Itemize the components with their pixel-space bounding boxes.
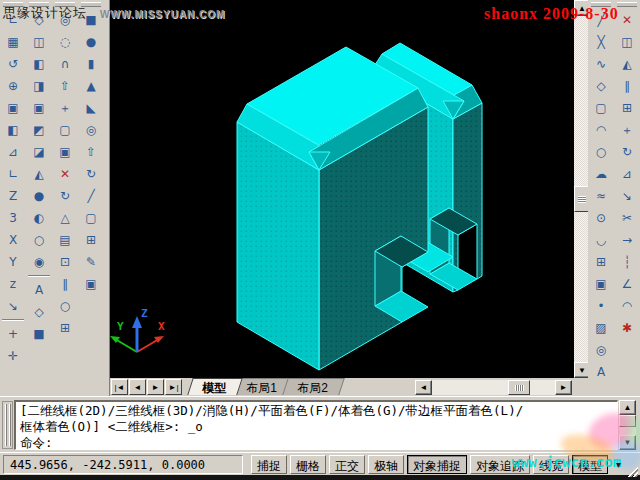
multiline-text-button[interactable]: A (589, 361, 613, 383)
tab-布局2[interactable]: 布局2 (282, 378, 344, 395)
status-toggle-极轴[interactable]: 极轴 (368, 455, 404, 474)
command-scrollbar[interactable]: ▲ ▼ (619, 400, 636, 450)
resize-grip[interactable] (626, 465, 638, 477)
region-button[interactable]: ◎ (589, 339, 613, 361)
toolbar-grip[interactable] (55, 2, 75, 7)
check-button[interactable]: ⊞ (53, 317, 77, 339)
se-isometric-button[interactable]: ◪ (27, 141, 51, 163)
status-toggle-正交[interactable]: 正交 (329, 455, 365, 474)
copy-button[interactable]: ◫ (615, 31, 639, 53)
box-button[interactable]: ■ (79, 9, 103, 31)
sw-isometric-button[interactable]: ◩ (27, 119, 51, 141)
rotate-button[interactable]: ↻ (615, 141, 639, 163)
array-button[interactable]: ⊞ (615, 97, 639, 119)
interfere-button[interactable]: ⊞ (79, 229, 103, 251)
ellipse-button[interactable]: ⊙ (589, 207, 613, 229)
shell-button[interactable]: ▤ (53, 229, 77, 251)
status-toggle-栅格[interactable]: 栅格 (290, 455, 326, 474)
offset-faces-button[interactable]: ▢ (53, 119, 77, 141)
rotate-faces-button[interactable]: ↻ (53, 185, 77, 207)
ucs-previous-button[interactable]: ↺ (1, 53, 25, 75)
shaded-cube-button[interactable]: ■ (27, 323, 51, 345)
make-block-button[interactable]: ▣ (589, 273, 613, 295)
tab-nav-first-button[interactable]: |◄ (111, 379, 128, 395)
separate-button[interactable]: ∥ (53, 273, 77, 295)
sphere-button[interactable]: ● (79, 31, 103, 53)
camera-button[interactable]: ◉ (27, 251, 51, 273)
move-ucs-button[interactable]: ✛ (1, 345, 25, 367)
ucs-z-axis-button[interactable]: Z (1, 185, 25, 207)
ucs-face-button[interactable]: ◧ (1, 119, 25, 141)
status-toggle-模型[interactable]: 模型 (572, 455, 608, 474)
ucs-view-button[interactable]: ⊿ (1, 141, 25, 163)
polygon-button[interactable]: ◇ (589, 75, 613, 97)
polyline-button[interactable]: ∿ (589, 53, 613, 75)
scale-button[interactable]: ⊿ (615, 163, 639, 185)
tab-模型[interactable]: 模型 (187, 378, 243, 395)
command-window-grip[interactable] (2, 401, 13, 449)
fillet-button[interactable]: ◠ (615, 295, 639, 317)
status-toggle-捕捉[interactable]: 捕捉 (251, 455, 287, 474)
edit-solid-button[interactable]: ✎ (79, 251, 103, 273)
status-toggle-对象追踪[interactable]: 对象追踪 (470, 455, 530, 474)
status-toggle-对象捕捉[interactable]: 对象捕捉 (407, 455, 467, 474)
front-view-button[interactable]: ▣ (27, 97, 51, 119)
ucs-rotate-x-button[interactable]: X (1, 229, 25, 251)
ucs-button[interactable]: ∟ (1, 9, 25, 31)
break-button[interactable]: ┆ (615, 251, 639, 273)
canvas-horizontal-scrollbar[interactable]: ◄ ► (415, 380, 572, 395)
cone-button[interactable]: ▲ (79, 75, 103, 97)
toolbar-grip[interactable] (3, 2, 23, 7)
move-button[interactable]: ＋ (615, 119, 639, 141)
ucs-world-button[interactable]: ⊕ (1, 75, 25, 97)
union-button[interactable]: ◎ (53, 9, 77, 31)
delete-faces-button[interactable]: ✕ (53, 163, 77, 185)
erase-button[interactable]: ✕ (615, 9, 639, 31)
named-views-button[interactable]: ◇ (27, 9, 51, 31)
shaded-solid-button[interactable]: ▣ (79, 273, 103, 295)
status-menu-arrow-icon[interactable]: ▾ (616, 459, 621, 470)
ucs-rotate-z-button[interactable]: z (1, 273, 25, 295)
move-faces-button[interactable]: ＋ (53, 97, 77, 119)
hatch-button[interactable]: ▨ (589, 317, 613, 339)
trim-button[interactable]: ✂ (615, 207, 639, 229)
ucs-apply-button[interactable]: ↘ (1, 295, 25, 317)
slice-button[interactable]: ╱ (79, 185, 103, 207)
toolbar-grip[interactable] (81, 2, 101, 7)
extrude-button[interactable]: ⇧ (79, 141, 103, 163)
point-button[interactable]: • (589, 295, 613, 317)
scrollbar-track[interactable] (432, 380, 555, 395)
toolbar-grip[interactable] (591, 2, 611, 7)
revision-cloud-button[interactable]: ☁ (589, 163, 613, 185)
tab-nav-prev-button[interactable]: ◄ (129, 379, 146, 395)
named-ucs-button[interactable]: ▦ (1, 31, 25, 53)
arc-button[interactable]: ◠ (589, 119, 613, 141)
hidden-sphere-button[interactable]: ● (27, 185, 51, 207)
circle-button[interactable]: ○ (589, 141, 613, 163)
rectangle-button[interactable]: ▢ (589, 97, 613, 119)
ucs-rotate-y-button[interactable]: Y (1, 251, 25, 273)
wireframe-cube-button[interactable]: ◇ (27, 301, 51, 323)
scroll-up-button[interactable]: ▲ (619, 400, 636, 415)
explode-button[interactable]: ✱ (615, 317, 639, 339)
bottom-view-button[interactable]: ◧ (27, 53, 51, 75)
spline-button[interactable]: ≈ (589, 185, 613, 207)
stretch-button[interactable]: ↘ (615, 185, 639, 207)
drawing-canvas[interactable]: Z Y X (110, 0, 574, 378)
left-view-button[interactable]: ◨ (27, 75, 51, 97)
section-button[interactable]: ▢ (79, 207, 103, 229)
shaded-sphere-button[interactable]: ◐ (27, 207, 51, 229)
ne-isometric-button[interactable]: ◭ (27, 163, 51, 185)
scroll-left-button[interactable]: ◄ (415, 380, 432, 395)
command-line-input[interactable]: [二维线框(2D)/三维线框(3D)/消隐(H)/平面着色(F)/体着色(G)/… (14, 400, 618, 450)
subtract-button[interactable]: ◌ (53, 31, 77, 53)
coordinate-readout[interactable]: 445.9656, -242.5911, 0.0000 (3, 455, 243, 474)
wedge-button[interactable]: ◣ (79, 97, 103, 119)
text-style-button[interactable]: A (27, 279, 51, 301)
mirror-button[interactable]: ◭ (615, 53, 639, 75)
scroll-down-button[interactable]: ▼ (619, 435, 636, 450)
intersect-button[interactable]: ∩ (53, 53, 77, 75)
imprint-button[interactable]: ⊡ (53, 251, 77, 273)
status-toggle-线宽[interactable]: 线宽 (533, 455, 569, 474)
taper-faces-button[interactable]: △ (53, 207, 77, 229)
